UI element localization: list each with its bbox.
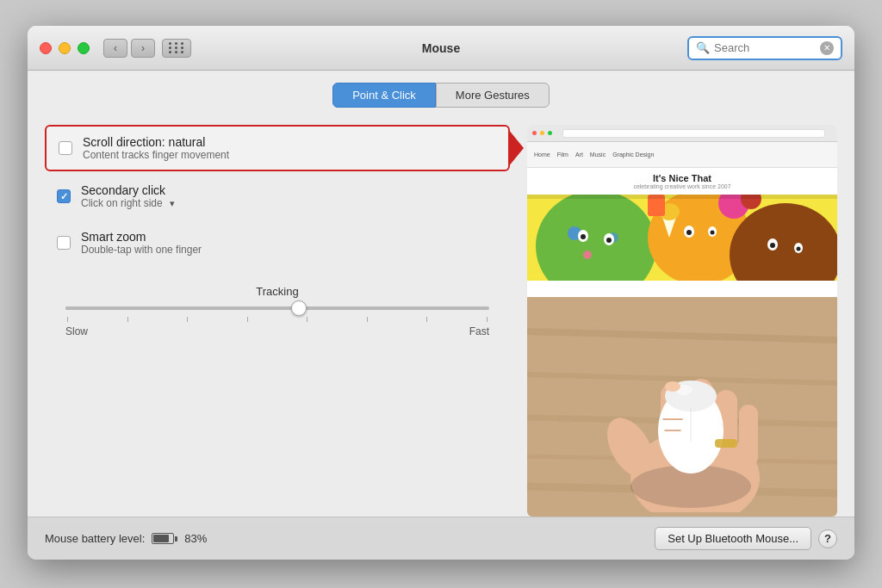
secondary-click-subtitle: Click on right side bbox=[81, 197, 163, 209]
tab-point-click[interactable]: Point & Click bbox=[332, 83, 436, 108]
tick-5 bbox=[307, 317, 307, 322]
nav-item-graphic: Graphic Design bbox=[612, 152, 654, 158]
battery-label: Mouse battery level: bbox=[45, 532, 145, 545]
right-panel: Home Film Art Music Graphic Design It's … bbox=[527, 125, 837, 517]
secondary-click-checkbox[interactable] bbox=[57, 189, 71, 203]
main-window: ‹ › Mouse 🔍 ✕ Point & Click More Gesture… bbox=[28, 26, 854, 560]
website-preview: Home Film Art Music Graphic Design It's … bbox=[527, 125, 837, 297]
tick-8 bbox=[487, 317, 488, 322]
tracking-label: Tracking bbox=[57, 285, 498, 298]
scroll-direction-title: Scroll direction: natural bbox=[83, 135, 229, 149]
svg-rect-44 bbox=[739, 405, 758, 467]
content-area: Scroll direction: natural Content tracks… bbox=[28, 116, 854, 517]
svg-point-18 bbox=[770, 243, 775, 248]
slider-thumb[interactable] bbox=[291, 300, 307, 316]
battery-fill bbox=[153, 535, 169, 542]
search-input[interactable] bbox=[714, 41, 820, 54]
tracking-slider-container: Slow Fast bbox=[57, 306, 498, 337]
help-button[interactable]: ? bbox=[818, 529, 837, 548]
tracking-section: Tracking bbox=[45, 285, 510, 337]
secondary-click-title: Secondary click bbox=[81, 183, 175, 197]
mouse-hand-svg bbox=[527, 297, 837, 512]
bottom-bar: Mouse battery level: 83% Set Up Bluetoot… bbox=[28, 517, 854, 560]
battery-section: Mouse battery level: 83% bbox=[45, 532, 207, 545]
svg-point-10 bbox=[581, 234, 586, 239]
svg-point-52 bbox=[665, 381, 680, 392]
smart-zoom-subtitle: Double-tap with one finger bbox=[81, 244, 202, 256]
browser-dot-red bbox=[532, 131, 537, 135]
tick-4 bbox=[247, 317, 248, 322]
battery-body bbox=[152, 533, 174, 544]
search-bar[interactable]: 🔍 ✕ bbox=[687, 36, 842, 60]
back-button[interactable]: ‹ bbox=[103, 39, 127, 58]
titlebar: ‹ › Mouse 🔍 ✕ bbox=[28, 26, 854, 71]
tick-7 bbox=[426, 317, 427, 322]
battery-tip bbox=[175, 536, 177, 542]
svg-point-16 bbox=[711, 231, 715, 235]
art-svg bbox=[527, 195, 837, 281]
nav-buttons: ‹ › bbox=[103, 39, 155, 58]
smart-zoom-item: Smart zoom Double-tap with one finger bbox=[45, 221, 510, 264]
tab-bar: Point & Click More Gestures bbox=[28, 71, 854, 116]
nav-item-art: Art bbox=[575, 152, 583, 158]
tick-3 bbox=[187, 317, 188, 322]
battery-icon bbox=[152, 533, 177, 544]
browser-topbar bbox=[527, 125, 837, 142]
secondary-click-item: Secondary click Click on right side ▾ bbox=[45, 175, 510, 218]
window-title: Mouse bbox=[422, 41, 460, 55]
maximize-button[interactable] bbox=[78, 42, 90, 54]
slider-slow-label: Slow bbox=[65, 325, 88, 337]
smart-zoom-title: Smart zoom bbox=[81, 230, 202, 244]
svg-point-1 bbox=[536, 195, 656, 281]
grid-view-button[interactable] bbox=[162, 39, 191, 58]
traffic-lights bbox=[40, 42, 90, 54]
battery-percent: 83% bbox=[184, 532, 207, 545]
scroll-direction-item: Scroll direction: natural Content tracks… bbox=[45, 125, 510, 171]
svg-point-8 bbox=[583, 251, 592, 259]
minimize-button[interactable] bbox=[59, 42, 71, 54]
svg-point-14 bbox=[686, 230, 692, 235]
close-button[interactable] bbox=[40, 42, 52, 54]
slider-fast-label: Fast bbox=[469, 325, 489, 337]
website-title-area: It's Nice That celebrating creative work… bbox=[628, 168, 736, 195]
setup-bluetooth-button[interactable]: Set Up Bluetooth Mouse... bbox=[655, 527, 811, 550]
url-bar bbox=[562, 129, 825, 138]
slider-labels: Slow Fast bbox=[65, 325, 489, 337]
svg-rect-24 bbox=[527, 195, 837, 199]
scroll-direction-checkbox[interactable] bbox=[59, 141, 72, 155]
tick-1 bbox=[67, 317, 68, 322]
secondary-click-text: Secondary click Click on right side ▾ bbox=[81, 183, 175, 209]
forward-button[interactable]: › bbox=[131, 39, 155, 58]
search-icon: 🔍 bbox=[696, 41, 710, 54]
colorful-art bbox=[527, 195, 837, 281]
browser-dot-yellow bbox=[540, 131, 544, 135]
nav-item-home: Home bbox=[534, 152, 550, 158]
slider-track bbox=[65, 306, 489, 310]
left-panel: Scroll direction: natural Content tracks… bbox=[45, 125, 510, 517]
website-nav: Home Film Art Music Graphic Design bbox=[527, 142, 837, 168]
svg-point-20 bbox=[797, 247, 801, 251]
website-content: It's Nice That celebrating creative work… bbox=[527, 168, 837, 297]
svg-point-12 bbox=[606, 238, 612, 243]
tick-6 bbox=[367, 317, 368, 322]
scroll-direction-text: Scroll direction: natural Content tracks… bbox=[83, 135, 229, 161]
website-mock: Home Film Art Music Graphic Design It's … bbox=[527, 125, 837, 297]
tick-2 bbox=[127, 317, 128, 322]
website-subtitle: celebrating creative work since 2007 bbox=[633, 183, 730, 189]
secondary-click-dropdown-arrow[interactable]: ▾ bbox=[170, 198, 175, 209]
nav-item-music: Music bbox=[590, 152, 606, 158]
scroll-direction-subtitle: Content tracks finger movement bbox=[83, 149, 229, 161]
slider-ticks bbox=[65, 317, 489, 322]
svg-rect-53 bbox=[715, 439, 737, 448]
mouse-preview bbox=[527, 297, 837, 517]
clear-search-button[interactable]: ✕ bbox=[820, 41, 834, 55]
browser-dot-green bbox=[548, 131, 552, 135]
smart-zoom-text: Smart zoom Double-tap with one finger bbox=[81, 230, 202, 256]
bottom-right: Set Up Bluetooth Mouse... ? bbox=[655, 527, 837, 550]
nav-item-about: Film bbox=[557, 152, 568, 158]
smart-zoom-checkbox[interactable] bbox=[57, 236, 71, 250]
tab-more-gestures[interactable]: More Gestures bbox=[436, 83, 550, 108]
grid-icon bbox=[169, 42, 185, 53]
website-headline: It's Nice That bbox=[633, 173, 730, 183]
slider-fill bbox=[65, 306, 299, 310]
